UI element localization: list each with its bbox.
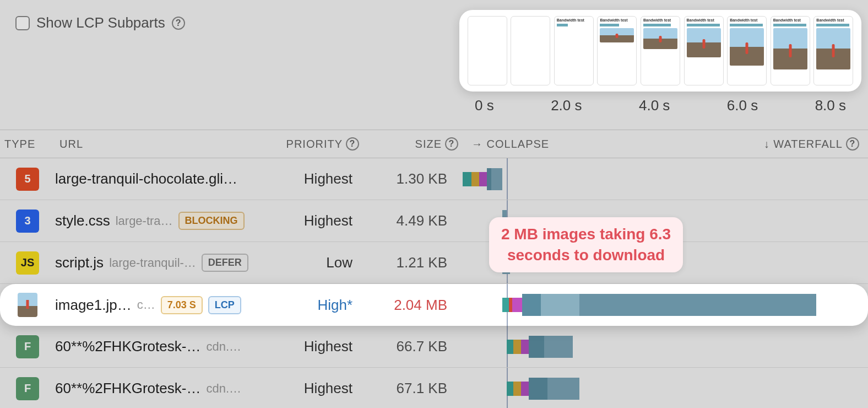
waterfall-bar[interactable] (463, 284, 868, 326)
request-host: large-tranquil-… (109, 256, 196, 270)
annotation-callout: 2 MB images taking 6.3 seconds to downlo… (489, 217, 683, 272)
priority-value: High* (275, 297, 364, 314)
request-host: cdn.… (206, 382, 241, 396)
request-url: 60**%2FHKGrotesk-… (55, 338, 200, 355)
filmstrip-frame: Bandwidth test (727, 16, 767, 85)
size-value: 1.30 KB (364, 170, 463, 187)
col-waterfall[interactable]: → COLLAPSE ↓ WATERFALL? (463, 137, 868, 151)
filmstrip-frame: Bandwidth test (641, 16, 680, 85)
filmstrip-frame (468, 16, 507, 85)
timeline-tick: 4.0 s (639, 97, 670, 114)
html-icon: 5 (16, 168, 39, 191)
waterfall-bar[interactable] (463, 158, 868, 200)
css-icon: 3 (16, 210, 39, 233)
size-value: 67.1 KB (364, 380, 463, 397)
filmstrip-frame: Bandwidth test (554, 16, 594, 85)
help-icon[interactable]: ? (846, 137, 859, 151)
size-value: 4.49 KB (364, 212, 463, 229)
collapse-toggle[interactable]: → COLLAPSE (471, 138, 549, 151)
help-icon[interactable]: ? (172, 17, 185, 30)
image-icon (18, 293, 37, 317)
badge-blocking: BLOCKING (178, 212, 245, 230)
col-priority[interactable]: PRIORITY? (275, 137, 364, 151)
size-value: 2.04 MB (364, 297, 463, 314)
font-icon: F (16, 335, 39, 358)
size-value: 1.21 KB (364, 254, 463, 271)
request-row[interactable]: F60**%2FHKGrotesk-…cdn.…Highest67.1 KB (0, 368, 868, 408)
help-icon[interactable]: ? (346, 137, 359, 151)
timeline-axis: 0 s2.0 s4.0 s6.0 s8.0 s (459, 97, 861, 114)
col-type[interactable]: TYPE (0, 138, 55, 151)
request-row[interactable]: 3style.csslarge-tra…BLOCKINGHighest4.49 … (0, 200, 868, 242)
request-host: c… (137, 298, 155, 312)
request-host: large-tra… (116, 214, 173, 228)
show-lcp-subparts-label: Show LCP Subparts (36, 14, 165, 31)
waterfall-bar[interactable] (463, 368, 868, 408)
filmstrip: Bandwidth testBandwidth testBandwidth te… (459, 10, 861, 92)
request-table: 5large-tranquil-chocolate.gli…Highest1.3… (0, 158, 868, 408)
request-row[interactable]: 5large-tranquil-chocolate.gli…Highest1.3… (0, 158, 868, 200)
timeline-tick: 2.0 s (551, 97, 582, 114)
timeline-tick: 8.0 s (815, 97, 846, 114)
request-url: large-tranquil-chocolate.gli… (55, 170, 237, 187)
request-host: cdn.… (206, 340, 241, 354)
timeline-tick: 0 s (475, 97, 494, 114)
table-header: TYPE URL PRIORITY? SIZE? → COLLAPSE ↓ WA… (0, 130, 868, 158)
filmstrip-frame (511, 16, 550, 85)
priority-value: Highest (275, 212, 364, 229)
filmstrip-frame: Bandwidth test (597, 16, 637, 85)
request-url: 60**%2FHKGrotesk-… (55, 380, 200, 397)
checkbox[interactable] (15, 16, 30, 30)
col-url[interactable]: URL (55, 138, 275, 151)
show-lcp-subparts-option[interactable]: Show LCP Subparts ? (15, 14, 185, 31)
badge-defer: DEFER (202, 254, 248, 272)
help-icon[interactable]: ? (445, 137, 458, 151)
request-url: script.js (55, 254, 104, 271)
priority-value: Highest (275, 170, 364, 187)
request-row[interactable]: F60**%2FHKGrotesk-…cdn.…Highest66.7 KB (0, 326, 868, 368)
request-row[interactable]: image1.jp…c…7.03 SLCPHigh*2.04 MB (0, 284, 868, 326)
badge-s: 7.03 S (161, 296, 203, 314)
filmstrip-frame: Bandwidth test (684, 16, 724, 85)
filmstrip-frame: Bandwidth test (771, 16, 810, 85)
font-icon: F (16, 377, 39, 400)
request-url: image1.jp… (55, 297, 132, 314)
priority-value: Highest (275, 380, 364, 397)
size-value: 66.7 KB (364, 338, 463, 355)
col-size[interactable]: SIZE? (364, 137, 463, 151)
waterfall-bar[interactable] (463, 326, 868, 367)
priority-value: Low (275, 254, 364, 271)
filmstrip-frame: Bandwidth test (813, 16, 853, 85)
request-row[interactable]: JSscript.jslarge-tranquil-…DEFERLow1.21 … (0, 242, 868, 284)
timeline-tick: 6.0 s (727, 97, 758, 114)
request-url: style.css (55, 212, 110, 229)
js-icon: JS (16, 251, 39, 275)
badge-lcp: LCP (208, 296, 241, 314)
priority-value: Highest (275, 338, 364, 355)
